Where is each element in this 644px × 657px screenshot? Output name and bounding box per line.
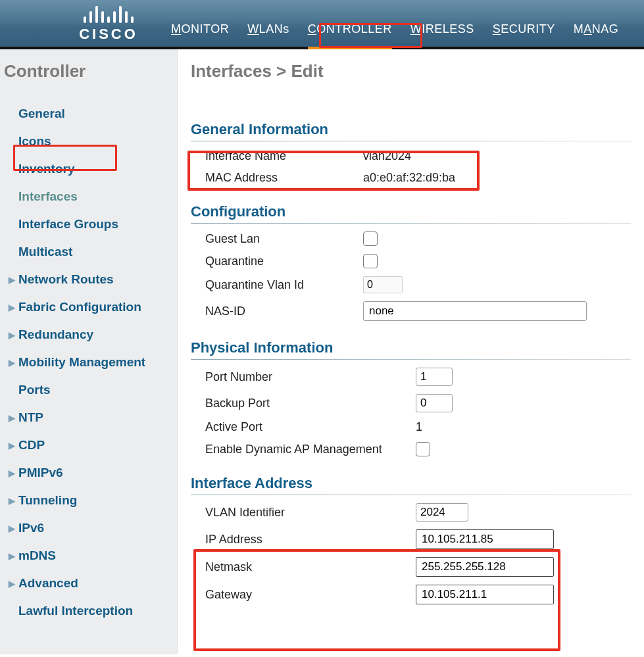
sidebar-item-fabric-configuration[interactable]: ▶Fabric Configuration	[4, 295, 173, 320]
input-quarantine-vlan[interactable]	[363, 276, 403, 293]
value-interface-name: vlan2024	[363, 149, 411, 163]
sidebar-title: Controller	[4, 61, 173, 82]
sidebar-item-label: Multicast	[18, 245, 72, 259]
nav-tab-WIRELESS[interactable]: WIRELESS	[410, 22, 474, 36]
sidebar-item-ports[interactable]: ▶Ports	[4, 377, 173, 402]
input-ip-address[interactable]	[416, 529, 554, 549]
input-nas-id[interactable]	[363, 301, 587, 321]
label-port-number: Port Number	[205, 370, 416, 384]
sidebar-item-label: Network Routes	[18, 272, 114, 287]
row-mac-address: MAC Address a0:e0:af:32:d9:ba	[191, 167, 631, 189]
sidebar-item-label: CDP	[18, 438, 45, 452]
sidebar-item-network-routes[interactable]: ▶Network Routes	[4, 267, 173, 292]
label-backup-port: Backup Port	[205, 397, 416, 410]
nav-tab-SECURITY[interactable]: SECURITY	[493, 22, 555, 36]
sidebar-item-redundancy[interactable]: ▶Redundancy	[4, 322, 173, 347]
cisco-logo-text: CISCO	[79, 26, 138, 43]
sidebar-item-label: Mobility Management	[18, 355, 145, 370]
sidebar-item-ntp[interactable]: ▶NTP	[4, 405, 173, 430]
sidebar-item-label: General	[18, 107, 65, 121]
row-ip-address: IP Address	[191, 525, 631, 553]
checkbox-dynamic-ap[interactable]	[416, 442, 430, 456]
row-quarantine-vlan: Quarantine Vlan Id	[191, 272, 631, 297]
label-dynamic-ap: Enable Dynamic AP Management	[205, 443, 416, 456]
chevron-right-icon: ▶	[5, 275, 18, 285]
row-backup-port: Backup Port	[191, 390, 631, 416]
label-ip-address: IP Address	[205, 533, 416, 547]
heading-configuration: Configuration	[191, 203, 631, 220]
row-port-number: Port Number	[191, 364, 631, 390]
label-quarantine: Quarantine	[205, 255, 363, 268]
section-address: Interface Address VLAN Identifier IP Add…	[191, 475, 631, 608]
sidebar-item-inventory[interactable]: ▶Inventory	[4, 157, 173, 182]
sidebar-item-cdp[interactable]: ▶CDP	[4, 433, 173, 458]
chevron-right-icon: ▶	[5, 523, 18, 533]
nav-tab-CONTROLLER[interactable]: CONTROLLER	[308, 22, 392, 49]
nav-tab-WLANs[interactable]: WLANs	[247, 22, 289, 36]
main-content: Interfaces > Edit General Information In…	[178, 49, 644, 654]
row-active-port: Active Port 1	[191, 416, 631, 438]
chevron-right-icon: ▶	[5, 468, 18, 478]
heading-general: General Information	[191, 121, 631, 138]
sidebar-item-tunneling[interactable]: ▶Tunneling	[4, 488, 173, 513]
divider	[191, 141, 631, 141]
sidebar-item-mdns[interactable]: ▶mDNS	[4, 543, 173, 568]
sidebar-item-label: Inventory	[18, 162, 75, 176]
chevron-right-icon: ▶	[5, 330, 18, 340]
sidebar-item-label: mDNS	[18, 548, 56, 563]
nav-tab-MONITOR[interactable]: MONITOR	[171, 22, 229, 36]
input-port-number[interactable]	[416, 368, 453, 386]
checkbox-quarantine[interactable]	[363, 254, 378, 268]
chevron-right-icon: ▶	[5, 358, 18, 368]
sidebar-item-general[interactable]: ▶General	[4, 101, 173, 126]
sidebar: Controller ▶General▶Icons▶Inventory▶Inte…	[0, 49, 178, 654]
divider	[191, 359, 631, 360]
row-dynamic-ap: Enable Dynamic AP Management	[191, 438, 631, 460]
section-general: General Information Interface Name vlan2…	[191, 121, 631, 189]
sidebar-item-lawful-interception[interactable]: ▶Lawful Interception	[4, 598, 173, 623]
label-active-port: Active Port	[205, 420, 416, 434]
row-gateway: Gateway	[191, 581, 631, 608]
sidebar-item-label: PMIPv6	[18, 466, 63, 480]
nav-tab-MANAG[interactable]: MANAG	[574, 22, 619, 36]
row-guest-lan: Guest Lan	[191, 228, 631, 250]
sidebar-item-label: Advanced	[18, 576, 78, 591]
label-nas-id: NAS-ID	[205, 304, 363, 318]
sidebar-item-label: Ports	[18, 383, 51, 397]
sidebar-item-label: Fabric Configuration	[18, 300, 141, 314]
label-guest-lan: Guest Lan	[205, 232, 363, 246]
input-gateway[interactable]	[416, 585, 554, 604]
sidebar-item-label: Interfaces	[18, 189, 78, 204]
sidebar-item-label: Interface Groups	[18, 217, 118, 231]
sidebar-item-label: Tunneling	[18, 493, 77, 508]
value-active-port: 1	[416, 420, 422, 434]
sidebar-item-interface-groups[interactable]: ▶Interface Groups	[4, 212, 173, 237]
input-backup-port[interactable]	[416, 394, 453, 412]
sidebar-item-advanced[interactable]: ▶Advanced	[4, 571, 173, 596]
sidebar-item-pmipv6[interactable]: ▶PMIPv6	[4, 460, 173, 485]
input-netmask[interactable]	[416, 557, 554, 577]
label-mac-address: MAC Address	[205, 171, 363, 185]
sidebar-item-label: Lawful Interception	[18, 604, 133, 618]
checkbox-guest-lan[interactable]	[363, 231, 378, 246]
chevron-right-icon: ▶	[5, 413, 18, 423]
input-vlan-id[interactable]	[416, 503, 468, 522]
row-netmask: Netmask	[191, 553, 631, 581]
chevron-right-icon: ▶	[5, 496, 18, 506]
label-vlan-id: VLAN Identifier	[205, 506, 416, 520]
sidebar-item-interfaces[interactable]: ▶Interfaces	[4, 184, 173, 209]
value-mac-address: a0:e0:af:32:d9:ba	[363, 171, 455, 185]
sidebar-item-label: Redundancy	[18, 328, 93, 342]
sidebar-item-mobility-management[interactable]: ▶Mobility Management	[4, 350, 173, 375]
label-quarantine-vlan: Quarantine Vlan Id	[205, 278, 363, 292]
chevron-right-icon: ▶	[5, 441, 18, 450]
row-vlan-id: VLAN Identifier	[191, 499, 631, 525]
row-quarantine: Quarantine	[191, 250, 631, 272]
label-gateway: Gateway	[205, 588, 416, 602]
sidebar-item-label: IPv6	[18, 521, 44, 535]
cisco-bars-icon	[84, 3, 134, 23]
sidebar-item-icons[interactable]: ▶Icons	[4, 129, 173, 154]
sidebar-item-multicast[interactable]: ▶Multicast	[4, 239, 173, 264]
heading-physical: Physical Information	[191, 339, 631, 356]
sidebar-item-ipv6[interactable]: ▶IPv6	[4, 516, 173, 541]
